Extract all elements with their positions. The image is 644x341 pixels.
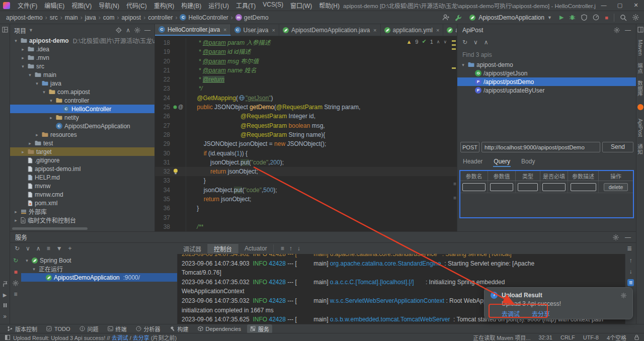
collapse-all-icon[interactable]: ∧ — [484, 39, 489, 46]
breadcrumb-item[interactable]: java — [85, 14, 96, 21]
close-icon[interactable]: × — [223, 27, 226, 33]
service-tree-item[interactable]: ▾Spring Boot — [21, 256, 177, 265]
chevron-right-icon[interactable]: ▸ — [13, 209, 19, 214]
project-tree-item[interactable]: ▾controller — [10, 96, 154, 105]
delete-button[interactable]: delete — [604, 183, 628, 191]
breadcrumb-item[interactable]: main — [65, 14, 78, 21]
line-number[interactable]: 35 — [155, 195, 173, 204]
project-tree-item[interactable]: apipost-demo.iml — [10, 164, 154, 173]
line-number[interactable]: 19 — [155, 47, 173, 56]
chevron-down-icon[interactable]: ▾ — [41, 90, 47, 95]
minimize-button[interactable]: — — [596, 2, 612, 9]
param-input[interactable] — [542, 183, 566, 191]
editor-tab[interactable]: ApipostDemoApplication.java× — [279, 24, 381, 36]
line-number[interactable]: 22 — [155, 75, 173, 84]
chevron-down-icon[interactable]: ▼ — [29, 28, 33, 33]
hide-panel-icon[interactable]: — — [144, 27, 150, 34]
api-tree-item[interactable]: ▾apipost-demo — [457, 60, 636, 69]
menu-item[interactable]: 构建(B) — [178, 0, 205, 11]
project-tree-item[interactable]: ▾com.apipost — [10, 88, 154, 96]
status-debug-link[interactable]: 去调试 — [112, 335, 128, 341]
group-icon[interactable]: ≡ — [47, 245, 50, 252]
search-everywhere-icon[interactable] — [620, 14, 627, 21]
notification-balloon[interactable]: i Upload Result Upload 3 Api success! 去调… — [484, 287, 633, 319]
chevron-right-icon[interactable]: ▸ — [13, 218, 19, 223]
stop-button[interactable]: ■ — [605, 15, 608, 21]
bookmarks-stripe-icon[interactable] — [3, 281, 8, 287]
toolwindow-button[interactable]: 服务 — [247, 324, 272, 333]
chevron-right-icon[interactable]: ▸ — [20, 55, 26, 60]
project-tree-item[interactable]: ▸netity — [10, 113, 154, 122]
settings-gear-icon[interactable] — [632, 14, 639, 21]
breadcrumb-item[interactable]: CHelloController — [180, 14, 228, 21]
breadcrumb-item[interactable]: apipost — [121, 14, 141, 21]
toolwindow-button[interactable]: 问题 — [76, 324, 102, 333]
caret-position[interactable]: 32:31 — [538, 334, 552, 340]
close-icon[interactable]: × — [373, 27, 376, 33]
line-number[interactable]: 30 — [155, 149, 173, 158]
console-tab[interactable]: 调试器 — [177, 244, 208, 253]
console-tab[interactable]: 控制台 — [208, 244, 238, 253]
line-number[interactable]: 28 — [155, 130, 173, 139]
editor-tab[interactable]: application.yml× — [381, 24, 444, 36]
line-number[interactable]: 33 — [155, 176, 173, 185]
menu-item[interactable]: 编辑(E) — [41, 0, 68, 11]
collaborate-icon[interactable] — [442, 14, 449, 21]
console-options-icon[interactable]: ≣ — [627, 245, 636, 252]
project-tree-item[interactable]: ▸外部库 — [10, 207, 154, 216]
chevron-right-icon[interactable]: ▸ — [48, 115, 54, 120]
line-separator-widget[interactable]: CRLF — [560, 334, 575, 340]
param-input[interactable] — [462, 183, 486, 191]
menu-item[interactable]: 帮助(H) — [315, 0, 343, 11]
api-search-input[interactable] — [457, 50, 627, 59]
expand-all-icon[interactable]: ∨ — [26, 245, 30, 252]
stripe-button[interactable]: Maven — [637, 40, 643, 56]
debug-button[interactable] — [569, 14, 576, 21]
menu-item[interactable]: 文件(F) — [14, 0, 41, 11]
toolwindow-button[interactable]: 终端 — [105, 324, 130, 333]
project-tree[interactable]: ▾apipost-demo D:\北极狐\图片\开源活动\玉龙\apipo▸.i… — [10, 36, 154, 224]
help-icon[interactable]: ≡ — [14, 291, 17, 298]
services-panel-title[interactable]: 服务 — [15, 233, 27, 241]
project-tree-item[interactable]: ▸.idea — [10, 45, 154, 53]
console-tab[interactable]: Actuator — [238, 244, 274, 252]
project-tree-item[interactable]: ▾apipost-demo D:\北极狐\图片\开源活动\玉龙\apipo — [10, 36, 154, 45]
line-number[interactable]: 20 — [155, 57, 173, 66]
apipost-upload-wrench-icon[interactable] — [455, 14, 462, 21]
services-tree[interactable]: ▾Spring Boot▾正在运行ApipostDemoApplication:… — [21, 254, 177, 324]
stripe-button[interactable]: ApiPost — [637, 119, 643, 137]
menu-item[interactable]: 工具(T) — [232, 0, 259, 11]
request-tab-query[interactable]: Query — [493, 157, 511, 167]
param-input[interactable] — [490, 183, 513, 191]
param-input[interactable] — [571, 183, 596, 191]
apipost-settings-gear-icon[interactable] — [614, 27, 620, 33]
line-number[interactable]: 21 — [155, 66, 173, 75]
collapse-all-icon[interactable]: ∧ — [36, 245, 41, 252]
services-gear-icon[interactable] — [13, 280, 19, 286]
collapse-all-icon[interactable]: ∧ — [126, 27, 130, 34]
expand-all-icon[interactable]: ∨ — [473, 39, 478, 46]
project-tree-item[interactable]: ▾main — [10, 70, 154, 79]
line-number[interactable]: 26 — [155, 112, 173, 121]
line-number[interactable]: 29 — [155, 139, 173, 148]
toolwindow-button[interactable]: 分析器 — [133, 324, 164, 333]
menu-item[interactable]: 重构(R) — [150, 0, 178, 11]
stripe-button[interactable]: 端点 — [636, 63, 644, 73]
editor-tab[interactable]: a…× — [443, 24, 457, 36]
stripe-button[interactable]: 通知 — [636, 144, 644, 154]
run-button[interactable]: ▶ — [559, 14, 564, 21]
api-marker-icon[interactable]: @ — [173, 103, 183, 112]
request-tab-body[interactable]: Body — [521, 157, 535, 167]
error-stripe[interactable]: ≡ ≡ — [450, 36, 457, 231]
project-panel-title[interactable]: 项目 — [14, 26, 26, 35]
run-configuration-select[interactable]: ApipostDemoApplication ▼ — [467, 14, 554, 22]
toolwindow-button[interactable]: TODO — [43, 324, 73, 333]
project-tree-item[interactable]: HELP.md — [10, 173, 154, 182]
go-debug-link[interactable]: 去调试 — [502, 309, 520, 318]
api-tree-item[interactable]: G/apipost/getJson — [457, 69, 636, 77]
chevron-right-icon[interactable]: ▸ — [20, 47, 26, 52]
service-tree-item[interactable]: ApipostDemoApplication:9000/ — [21, 273, 177, 282]
line-number[interactable]: 25 — [155, 103, 173, 112]
api-tree[interactable]: ▾apipost-demoG/apipost/getJsonP/apipost/… — [457, 60, 636, 95]
line-number[interactable]: 18 — [155, 38, 173, 47]
